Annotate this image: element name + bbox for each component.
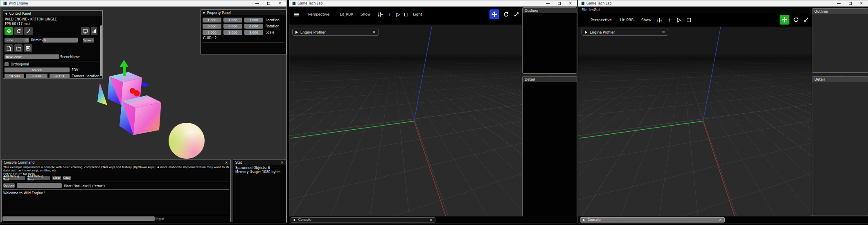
minimize-icon[interactable] xyxy=(546,3,550,4)
chevron-down-icon xyxy=(26,39,27,41)
maximize-icon[interactable] xyxy=(558,2,561,5)
camera-z-field[interactable]: -9.151 xyxy=(50,74,70,79)
outliner-header[interactable]: Outliner xyxy=(812,9,868,14)
copy-button[interactable]: Copy xyxy=(63,176,71,180)
outliner-header[interactable]: Outliner xyxy=(523,8,577,13)
translate-gizmo-z-arrow[interactable] xyxy=(142,83,149,87)
collapse-icon[interactable]: ▼ xyxy=(203,11,205,14)
collapse-right-icon[interactable] xyxy=(585,31,587,34)
move-tool-button[interactable] xyxy=(5,27,13,35)
primitive-combo[interactable]: cube xyxy=(5,38,26,43)
rotation-x-field[interactable]: 0.000 xyxy=(203,24,221,29)
perspective-menu[interactable]: Perspective xyxy=(591,18,612,22)
stop-icon[interactable] xyxy=(686,18,691,22)
maximize-icon[interactable] xyxy=(849,2,852,5)
detail-header[interactable]: Detail xyxy=(523,76,577,82)
maximize-icon[interactable] xyxy=(267,2,270,5)
minimize-icon[interactable] xyxy=(837,3,841,4)
add-debug-text-button[interactable]: Add Debug Text xyxy=(3,176,25,180)
location-y-field[interactable]: 1.000 xyxy=(223,18,242,22)
collapse-right-icon[interactable] xyxy=(583,218,585,221)
close-icon[interactable]: × xyxy=(278,1,282,5)
property-panel-header[interactable]: ▼ Property Panel xyxy=(201,10,286,15)
scale-x-field[interactable]: 2.000 xyxy=(203,30,221,35)
open-scene-button[interactable] xyxy=(14,44,23,52)
bar-chart-icon xyxy=(92,29,97,34)
right-gizmo-rotate-button[interactable] xyxy=(791,15,800,25)
close-icon[interactable]: × xyxy=(569,1,572,5)
right-gizmo-move-button[interactable] xyxy=(780,15,789,25)
show-menu[interactable]: Show xyxy=(361,12,370,16)
add-debug-error-button[interactable]: Add Debug Error xyxy=(27,176,50,180)
rotation-y-field[interactable]: 0.000 xyxy=(223,24,242,29)
console-input[interactable] xyxy=(2,216,155,221)
viewport-display-button[interactable] xyxy=(81,27,90,35)
scale-y-field[interactable]: 2.000 xyxy=(223,30,242,35)
location-z-field[interactable]: 1.000 xyxy=(244,18,263,22)
add-icon[interactable]: + xyxy=(667,17,672,23)
console-command-header[interactable]: Console Command × xyxy=(2,160,230,165)
stats-button[interactable] xyxy=(91,27,97,35)
lit-pbr-menu[interactable]: Lit_PBR xyxy=(340,12,353,16)
mid-gizmo-move-button[interactable] xyxy=(489,9,499,19)
control-panel-scrollbar[interactable] xyxy=(100,25,102,76)
rotate-tool-button[interactable] xyxy=(14,27,23,35)
right-console-bar[interactable]: Console × xyxy=(580,217,725,223)
play-icon[interactable] xyxy=(396,12,400,17)
options-button[interactable]: Options xyxy=(3,183,15,188)
mid-console-bar[interactable]: Console × xyxy=(291,217,435,223)
filter-input[interactable] xyxy=(17,183,62,188)
show-menu[interactable]: Show xyxy=(641,18,651,22)
titlebar-wild-engine[interactable]: Wild Engine × xyxy=(0,0,286,7)
titlebar-game-tech-lab-2[interactable]: Game Tech Lab × xyxy=(578,0,868,7)
close-icon[interactable]: × xyxy=(429,218,433,222)
stop-icon[interactable] xyxy=(404,12,408,17)
control-panel-header[interactable]: ▼ Control Panel xyxy=(4,11,102,16)
close-icon[interactable]: × xyxy=(225,161,228,164)
collapse-right-icon[interactable] xyxy=(295,31,298,34)
new-scene-button[interactable] xyxy=(5,44,13,52)
scale-tool-button[interactable] xyxy=(24,27,33,35)
right-gizmo-scale-button[interactable] xyxy=(801,15,811,25)
detail-header[interactable]: Detail xyxy=(812,76,868,82)
camera-y-field[interactable]: 6.818 xyxy=(26,74,47,79)
save-scene-button[interactable] xyxy=(24,44,32,52)
scale-z-field[interactable]: 2.000 xyxy=(244,30,263,35)
lit-pbr-menu[interactable]: Lit_PBR xyxy=(620,18,634,22)
close-icon[interactable]: × xyxy=(662,30,665,34)
close-icon[interactable]: × xyxy=(372,30,376,34)
location-x-field[interactable]: 1.000 xyxy=(203,18,221,22)
collapse-right-icon[interactable] xyxy=(294,218,296,221)
orthogonal-checkbox[interactable] xyxy=(5,62,9,66)
spawn-button[interactable]: Spawn xyxy=(83,38,94,43)
add-icon[interactable]: + xyxy=(388,11,392,17)
stat-panel-header[interactable]: Stat × xyxy=(234,160,286,165)
perspective-menu[interactable]: Perspective xyxy=(308,12,329,16)
play-icon[interactable] xyxy=(676,18,681,23)
close-icon[interactable]: × xyxy=(719,218,722,222)
hamburger-menu-icon[interactable] xyxy=(294,13,299,16)
collapse-icon[interactable]: ▼ xyxy=(5,12,7,15)
mid-gizmo-rotate-button[interactable] xyxy=(501,9,511,19)
scene-name-input[interactable]: NewScene xyxy=(5,54,59,59)
file-menu[interactable]: File xyxy=(582,8,587,12)
fov-slider[interactable]: 60.000 xyxy=(5,68,70,72)
clear-button[interactable]: Clear xyxy=(52,176,61,180)
close-icon[interactable]: × xyxy=(280,161,284,164)
filters-icon[interactable] xyxy=(378,12,383,17)
close-icon[interactable]: × xyxy=(860,1,863,5)
filters-icon[interactable] xyxy=(657,18,662,23)
mid-gizmo-scale-button[interactable] xyxy=(512,9,521,19)
engine-profiler-bar[interactable]: Engine Profiler × xyxy=(582,29,668,36)
add-debug-text-label: Add Debug Text xyxy=(3,175,25,181)
combo-dropdown-button[interactable] xyxy=(25,38,29,43)
minimize-icon[interactable] xyxy=(255,3,259,4)
imgui-menu[interactable]: ImGui xyxy=(589,8,600,12)
primitive-count-input[interactable]: 0 xyxy=(43,38,78,43)
rotation-z-field[interactable]: 0.000 xyxy=(244,24,263,29)
camera-x-field[interactable]: 19.500 xyxy=(5,74,24,79)
rotation-x-value: 0.000 xyxy=(207,25,216,28)
engine-profiler-bar[interactable]: Engine Profiler × xyxy=(292,29,379,36)
titlebar-game-tech-lab-1[interactable]: Game Tech Lab × xyxy=(289,0,577,7)
light-menu[interactable]: Light xyxy=(413,12,422,16)
